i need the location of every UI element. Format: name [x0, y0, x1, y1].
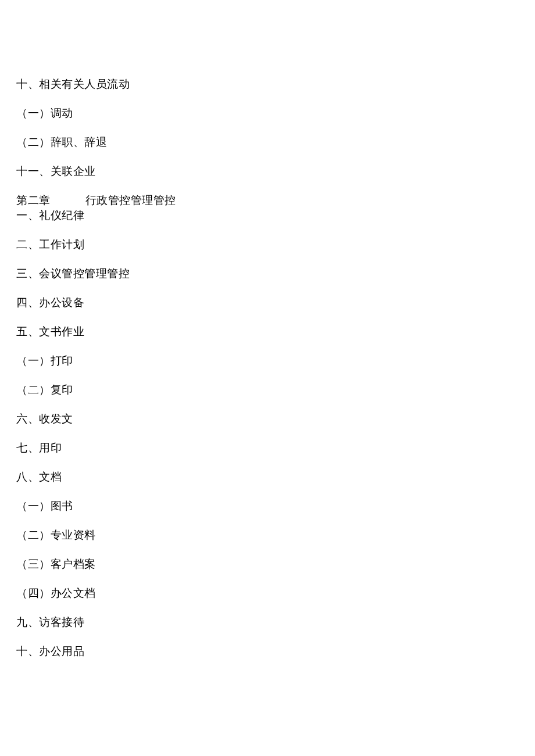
toc-item: （一）调动 — [16, 108, 519, 119]
toc-item: 十一、关联企业 — [16, 166, 519, 177]
toc-text: 十一、关联企业 — [16, 165, 96, 177]
toc-text: 七、用印 — [16, 442, 62, 454]
toc-item: 三、会议管控管理管控 — [16, 268, 519, 279]
toc-item: 八、文档 — [16, 471, 519, 482]
toc-item: （三）客户档案 — [16, 558, 519, 569]
toc-item: （二）专业资料 — [16, 529, 519, 540]
toc-text: 五、文书作业 — [16, 325, 84, 338]
toc-text: 十、办公用品 — [16, 645, 84, 657]
toc-item: 十、办公用品 — [16, 646, 519, 657]
toc-text: （一）打印 — [16, 354, 73, 367]
toc-text: （四）办公文档 — [16, 587, 96, 599]
toc-item: （一）图书 — [16, 500, 519, 511]
toc-item: 四、办公设备 — [16, 297, 519, 308]
toc-text: （一）图书 — [16, 500, 73, 512]
toc-item: （二）辞职、辞退 — [16, 137, 519, 148]
toc-item: 七、用印 — [16, 442, 519, 453]
toc-item: 五、文书作业 — [16, 326, 519, 337]
toc-text: 二、工作计划 — [16, 238, 84, 250]
toc-text: （二）专业资料 — [16, 529, 96, 541]
toc-text: 四、办公设备 — [16, 296, 84, 309]
toc-text: 一、礼仪纪律 — [16, 209, 84, 221]
toc-item: 十、相关有关人员流动 — [16, 78, 519, 89]
toc-item: 二、工作计划 — [16, 239, 519, 250]
chapter-title: 行政管控管理管控 — [85, 194, 176, 206]
toc-text: 三、会议管控管理管控 — [16, 267, 130, 280]
toc-item: （二）复印 — [16, 384, 519, 395]
toc-text: 九、访客接待 — [16, 616, 84, 628]
toc-text: 八、文档 — [16, 471, 62, 483]
toc-item: 一、礼仪纪律 — [16, 210, 519, 221]
toc-text: （一）调动 — [16, 107, 73, 119]
toc-text: （二）辞职、辞退 — [16, 136, 107, 148]
toc-item: （一）打印 — [16, 355, 519, 366]
chapter-heading: 第二章行政管控管理管控 — [16, 195, 519, 206]
toc-item: 九、访客接待 — [16, 617, 519, 628]
toc-text: （二）复印 — [16, 384, 73, 396]
toc-text: 十、相关有关人员流动 — [16, 78, 130, 90]
toc-text: （三）客户档案 — [16, 558, 96, 570]
toc-item: 六、收发文 — [16, 413, 519, 424]
toc-item: （四）办公文档 — [16, 587, 519, 599]
chapter-prefix: 第二章 — [16, 194, 51, 206]
toc-text: 六、收发文 — [16, 413, 73, 425]
